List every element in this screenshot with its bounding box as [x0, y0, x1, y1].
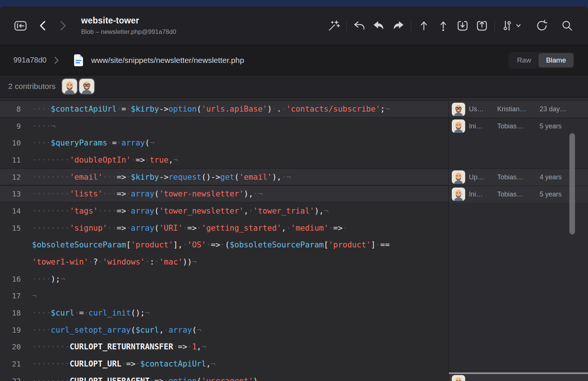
code-line[interactable]: 14········'tags'····=>·array('tower_news…: [0, 202, 448, 220]
stash-button[interactable]: [453, 17, 472, 34]
window-subtitle: Blob – newsletter.php@991a78d0: [81, 28, 176, 36]
code-line[interactable]: 16····);¬: [0, 270, 448, 288]
commit-button[interactable]: [434, 17, 453, 34]
code-line[interactable]: 'tower1-win'·?·'windows'·:·'mac'))¬: [0, 253, 448, 270]
vertical-scrollbar[interactable]: [569, 133, 575, 234]
line-number: 21: [0, 359, 21, 368]
toolbar-separator: [495, 19, 495, 32]
window-title-block: website-tower Blob – newsletter.php@991a…: [81, 16, 176, 36]
line-number: 17: [0, 291, 21, 300]
toolbar-separator: [346, 19, 347, 32]
blame-date: 23 day…: [540, 105, 567, 113]
apply-stash-button[interactable]: [472, 17, 492, 34]
forward-button[interactable]: [56, 18, 70, 33]
commit-hash[interactable]: 991a78d0: [13, 56, 47, 64]
magic-wand-icon: [327, 19, 340, 32]
overview-button[interactable]: [11, 17, 30, 34]
code-line[interactable]: 19····curl_setopt_array($curl,·array(¬: [0, 321, 448, 339]
avatar: [452, 103, 465, 116]
line-number: 15: [0, 224, 21, 233]
push-button[interactable]: [389, 17, 408, 34]
line-number: 16: [0, 275, 21, 284]
blame-summary: Us…: [469, 105, 493, 113]
code-text: ········CURLOPT_USERAGENT·=>·option('use…: [21, 377, 263, 381]
avatar: [62, 79, 77, 94]
overview-icon: [13, 19, 28, 32]
code-line[interactable]: $obsoleteSourceParam['product'],·'OS'·=>…: [0, 237, 448, 254]
undo-arrow-icon: [372, 19, 386, 32]
code-text: $obsoleteSourceParam['product'],·'OS'·=>…: [21, 240, 390, 249]
line-number: 19: [0, 326, 21, 334]
blame-row[interactable]: [449, 372, 588, 381]
raw-button[interactable]: Raw: [509, 53, 539, 67]
code-line[interactable]: 20········CURLOPT_RETURNTRANSFER·=>·1,¬: [0, 339, 448, 356]
toolbar-separator: [411, 19, 411, 32]
search-icon: [561, 19, 573, 32]
contributors-bar: 2 contributors: [0, 75, 588, 97]
code-line[interactable]: 9····¬: [0, 118, 448, 135]
code-text: ········'doubleOptIn'·=>·true,¬: [21, 156, 178, 164]
quick-actions-button[interactable]: [324, 17, 343, 34]
blame-date: 4 years: [540, 173, 567, 181]
line-number: 8: [0, 105, 21, 113]
avatar: [79, 79, 94, 94]
code-line[interactable]: 11········'doubleOptIn'·=>·true,¬: [0, 151, 448, 169]
arrow-up-dot-icon: [437, 19, 450, 32]
breadcrumb-chevron-icon: [54, 56, 59, 64]
window-title: website-tower: [81, 16, 176, 26]
redo-arrow-icon: [392, 19, 405, 32]
code-text: ¬: [21, 291, 37, 300]
code-area: 8····$contactApiUrl·=·$kirby->option('ur…: [0, 97, 588, 381]
code-line[interactable]: 22········CURLOPT_USERAGENT·=>·option('u…: [0, 372, 448, 381]
blame-summary: Ini…: [469, 190, 493, 198]
compare-button[interactable]: [498, 17, 524, 34]
line-number: 9: [0, 122, 21, 131]
fetch-arrow-icon: [353, 19, 366, 32]
blame-row[interactable]: Us…Kristian…23 day…: [449, 100, 588, 118]
code-line[interactable]: 12········'email'···=>·$kirby->request()…: [0, 169, 448, 186]
avatar: [452, 170, 465, 184]
pull-button[interactable]: [369, 17, 389, 34]
avatar: [452, 188, 465, 201]
fetch-button[interactable]: [350, 17, 369, 34]
code-text: ····);¬: [21, 275, 65, 284]
view-mode-toggle: Raw Blame: [508, 52, 575, 68]
nav-controls: [11, 17, 70, 34]
blame-button[interactable]: Blame: [539, 53, 573, 67]
code-line[interactable]: 15········'signup'··=>·array('URI'·=>·'g…: [0, 220, 448, 237]
back-button[interactable]: [36, 18, 50, 33]
code-text: ········'lists'···=>·array('tower-newsle…: [21, 189, 263, 198]
line-number: 13: [0, 189, 21, 198]
code-line[interactable]: 21········CURLOPT_URL·=>·$contactApiUrl,…: [0, 355, 448, 372]
blame-row[interactable]: Up…Tobias…4 years: [449, 169, 588, 186]
line-number: 22: [0, 377, 21, 381]
code-line[interactable]: 18····$curl·=·curl_init();¬: [0, 304, 448, 321]
code-text: 'tower1-win'·?·'windows'·:·'mac'))¬: [21, 257, 197, 266]
code-line[interactable]: 13········'lists'···=>·array('tower-news…: [0, 185, 448, 202]
contributors-label: 2 contributors: [8, 82, 55, 91]
search-button[interactable]: [557, 17, 577, 34]
code-text: ········CURLOPT_RETURNTRANSFER·=>·1,¬: [21, 342, 206, 351]
blame-author: Tobias…: [497, 122, 535, 130]
blame-summary: Up…: [469, 173, 493, 181]
branch-button[interactable]: [414, 17, 434, 34]
blame-row[interactable]: Ini…Tobias…5 years: [449, 118, 588, 135]
app-window: website-tower Blob – newsletter.php@991a…: [0, 6, 588, 381]
code-text: ····$queryParams·=·array(¬: [21, 138, 154, 147]
code-line[interactable]: 10····$queryParams·=·array(¬: [0, 134, 448, 151]
avatar: [452, 119, 465, 133]
code-text: ····$contactApiUrl·=·$kirby->option('url…: [21, 105, 390, 113]
chevron-left-icon: [38, 20, 48, 31]
blame-row[interactable]: Ini…Tobias…5 years: [449, 186, 588, 203]
refresh-button[interactable]: [532, 17, 552, 34]
code-line[interactable]: 8····$contactApiUrl·=·$kirby->option('ur…: [0, 100, 448, 118]
code-text: ········CURLOPT_URL·=>·$contactApiUrl,¬: [21, 359, 215, 368]
line-number: 14: [0, 206, 21, 215]
code-line[interactable]: 17¬: [0, 288, 448, 305]
line-number: 10: [0, 138, 21, 147]
code-text: ········'tags'····=>·array('tower_newsle…: [21, 206, 329, 215]
refresh-icon: [536, 19, 548, 32]
code-text: ····¬: [21, 122, 55, 131]
blame-author: Kristian…: [497, 105, 535, 113]
line-number: 18: [0, 308, 21, 317]
